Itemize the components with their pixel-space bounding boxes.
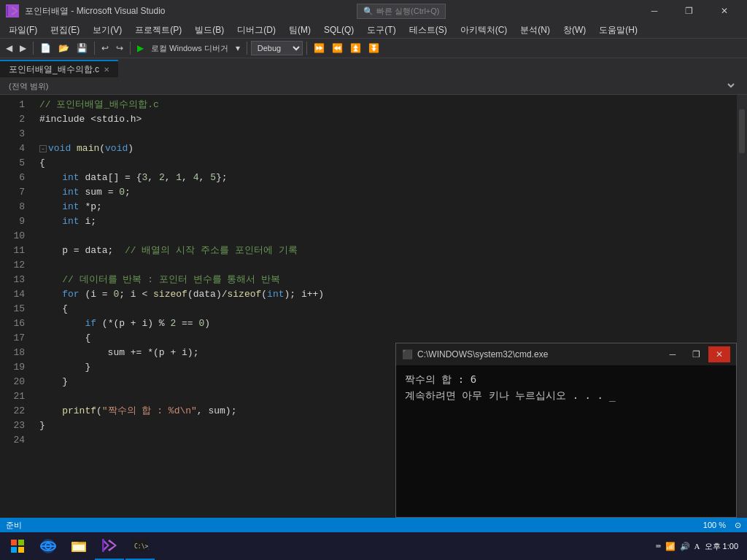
line-num-11: 11 <box>0 244 25 258</box>
code-line-10 <box>39 229 737 244</box>
search-icon: 🔍 <box>363 7 374 16</box>
status-text: 준비 <box>6 520 22 531</box>
line-num-18: 18 <box>0 346 25 360</box>
ie-icon <box>39 537 57 555</box>
menu-team[interactable]: 팀(M) <box>283 23 317 38</box>
menu-edit[interactable]: 편집(E) <box>44 23 85 38</box>
line-num-1: 1 <box>0 98 25 112</box>
taskbar-ie[interactable] <box>34 532 63 560</box>
back-button[interactable]: ◀ <box>3 42 15 55</box>
config-dropdown[interactable]: Debug Release <box>251 41 303 55</box>
taskbar-vs[interactable] <box>95 532 124 560</box>
code-line-3 <box>39 127 737 141</box>
tab-close-button[interactable]: ✕ <box>104 66 109 74</box>
code-line-12 <box>39 258 737 273</box>
toolbar-btn1[interactable]: ⏩ <box>311 42 328 55</box>
menu-file[interactable]: 파일(F) <box>3 23 43 38</box>
cmd-output-line2: 계속하려면 아무 키나 누르십시오 . . . _ <box>405 387 727 403</box>
vertical-scrollbar[interactable] <box>737 95 747 518</box>
tab-bar: 포인터배열_배수의합.c ✕ <box>0 58 747 77</box>
save-button[interactable]: 💾 <box>74 42 90 55</box>
vs-logo <box>6 4 19 18</box>
line-num-17: 17 <box>0 331 25 346</box>
code-line-13: // 데이터를 반복 : 포인터 변수를 통해서 반복 <box>39 273 737 287</box>
line-num-24: 24 <box>0 433 25 448</box>
code-line-4: -void main(void) <box>39 141 737 156</box>
scope-dropdown[interactable]: (전역 범위) <box>0 77 737 94</box>
scroll-thumb[interactable] <box>739 109 745 153</box>
svg-rect-10 <box>73 545 85 551</box>
new-button[interactable]: 📄 <box>37 42 54 55</box>
svg-rect-0 <box>7 6 8 16</box>
maximize-button[interactable]: ❐ <box>673 0 706 22</box>
run-button[interactable]: ▶ <box>134 42 147 55</box>
menu-sql[interactable]: SQL(Q) <box>318 23 360 36</box>
debugger-label: 로컬 Windows 디버거 <box>148 43 231 54</box>
lang-indicator: A <box>694 542 700 551</box>
quick-search[interactable]: 🔍 빠른 실행(Ctrl+Q) <box>357 4 446 19</box>
forward-button[interactable]: ▶ <box>17 42 29 55</box>
line-num-6: 6 <box>0 171 25 185</box>
close-button[interactable]: ✕ <box>708 0 741 22</box>
line-num-21: 21 <box>0 389 25 404</box>
menu-test[interactable]: 테스트(S) <box>403 23 453 38</box>
code-line-2: #include <stdio.h> <box>39 112 737 127</box>
toolbar-btn3[interactable]: ⏫ <box>347 42 364 55</box>
taskbar-right: ⌨ 📶 🔊 A 오후 1:00 <box>656 540 744 552</box>
cmd-minimize-button[interactable]: ─ <box>662 346 684 362</box>
menu-arch[interactable]: 아키텍처(C) <box>454 23 514 38</box>
code-line-1: // 포인터배열_배수의합.c <box>39 98 737 112</box>
cmd-close-button[interactable]: ✕ <box>708 346 730 362</box>
menu-tools[interactable]: 도구(T) <box>361 23 401 38</box>
cmd-window: ⬛ C:\WINDOWS\system32\cmd.exe ─ ❐ ✕ 짝수의 … <box>395 343 737 518</box>
toolbar: ◀ ▶ 📄 📂 💾 ↩ ↪ ▶ 로컬 Windows 디버거 ▾ Debug R… <box>0 38 747 58</box>
platform-dropdown[interactable]: ▾ <box>233 42 243 55</box>
window-controls: ─ ❐ ✕ <box>638 0 741 22</box>
line-numbers: 1 2 3 4 5 6 7 8 9 10 11 12 13 14 15 16 1… <box>0 95 31 518</box>
line-num-13: 13 <box>0 273 25 287</box>
scope-bar: (전역 범위) <box>0 77 747 95</box>
menu-help[interactable]: 도움말(H) <box>593 23 643 38</box>
taskbar-explorer[interactable] <box>64 532 93 560</box>
line-num-7: 7 <box>0 185 25 200</box>
active-tab[interactable]: 포인터배열_배수의합.c ✕ <box>0 60 118 77</box>
code-line-14: for (i = 0; i < sizeof(data)/sizeof(int)… <box>39 287 737 302</box>
svg-rect-3 <box>11 547 17 553</box>
system-clock[interactable]: 오후 1:00 <box>705 540 738 552</box>
code-line-16: if (*(p + i) % 2 == 0) <box>39 316 737 331</box>
scroll-indicator: ⊙ <box>735 521 741 530</box>
line-num-20: 20 <box>0 375 25 389</box>
start-button[interactable] <box>3 532 32 560</box>
code-line-5: { <box>39 156 737 171</box>
line-num-5: 5 <box>0 156 25 171</box>
menu-view[interactable]: 보기(V) <box>87 23 128 38</box>
cmd-output-line1: 짝수의 합 : 6 <box>405 371 727 387</box>
volume-icon: 🔊 <box>680 542 690 551</box>
vs-taskbar-icon <box>101 537 118 554</box>
line-num-8: 8 <box>0 200 25 214</box>
menu-debug[interactable]: 디버그(D) <box>231 23 282 38</box>
menu-project[interactable]: 프로젝트(P) <box>129 23 187 38</box>
menu-build[interactable]: 빌드(B) <box>189 23 230 38</box>
cmd-controls: ─ ❐ ✕ <box>662 346 730 362</box>
open-button[interactable]: 📂 <box>55 42 72 55</box>
minimize-button[interactable]: ─ <box>638 0 671 22</box>
toolbar-btn2[interactable]: ⏪ <box>329 42 346 55</box>
zoom-level: 100 % <box>703 521 726 529</box>
status-bar: 준비 100 % ⊙ <box>0 518 747 532</box>
cmd-maximize-button[interactable]: ❐ <box>685 346 707 362</box>
line-num-16: 16 <box>0 316 25 331</box>
cmd-titlebar: ⬛ C:\WINDOWS\system32\cmd.exe ─ ❐ ✕ <box>396 343 736 365</box>
menu-window[interactable]: 창(W) <box>557 23 592 38</box>
svg-rect-2 <box>18 540 24 545</box>
line-num-2: 2 <box>0 112 25 127</box>
clock-time: 오후 1:00 <box>705 540 738 552</box>
redo-button[interactable]: ↪ <box>113 42 126 55</box>
svg-rect-1 <box>11 540 17 545</box>
cmd-title: C:\WINDOWS\system32\cmd.exe <box>417 349 548 359</box>
undo-button[interactable]: ↩ <box>98 42 112 55</box>
menu-analyze[interactable]: 분석(N) <box>514 23 556 38</box>
toolbar-btn4[interactable]: ⏬ <box>365 42 382 55</box>
taskbar-cmd[interactable]: C:\>_ <box>125 532 155 560</box>
keyboard-icon: ⌨ <box>656 542 661 551</box>
